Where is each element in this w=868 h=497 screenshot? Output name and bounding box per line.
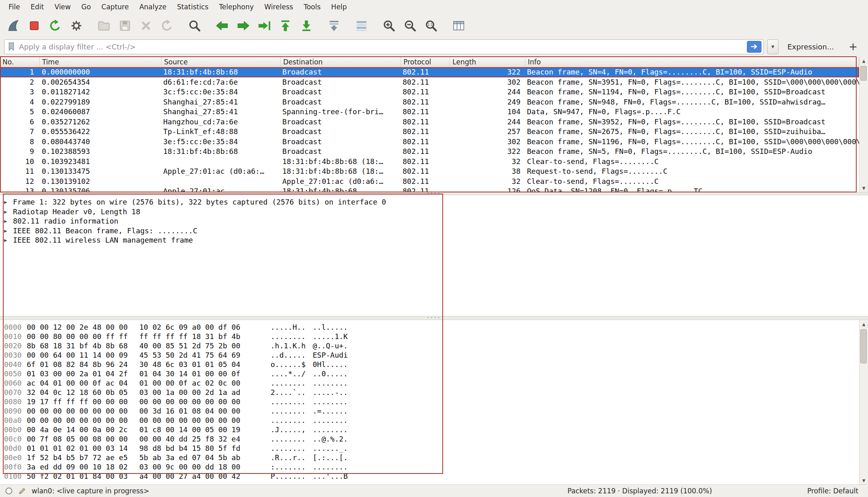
zoom-out-button[interactable] bbox=[400, 16, 420, 35]
column-header-source[interactable]: Source bbox=[162, 57, 281, 67]
auto-scroll-button[interactable] bbox=[324, 16, 343, 35]
capture-ready-icon[interactable] bbox=[5, 487, 13, 495]
scroll-down-arrow-icon[interactable]: ▼ bbox=[859, 184, 868, 192]
expander-icon[interactable]: ▶ bbox=[4, 207, 7, 217]
packet-detail-line[interactable]: ▶IEEE 802.11 wireless LAN management fra… bbox=[0, 235, 868, 245]
start-capture-button[interactable] bbox=[3, 16, 23, 35]
expression-button[interactable]: Expression... bbox=[787, 43, 834, 51]
packet-row-10[interactable]: 100.10392348118:31:bf:4b:8b:68 (18:…802.… bbox=[0, 157, 859, 167]
scrollbar-thumb[interactable] bbox=[860, 329, 867, 363]
menu-analyze[interactable]: Analyze bbox=[134, 1, 172, 13]
packet-row-1[interactable]: 10.00000000018:31:bf:4b:8b:68Broadcast80… bbox=[0, 67, 859, 77]
zoom-out-icon bbox=[403, 19, 417, 33]
packet-row-7[interactable]: 70.055536422Tp-LinkT_ef:48:88Broadcast80… bbox=[0, 127, 859, 137]
filter-history-dropdown-button[interactable]: ▾ bbox=[767, 39, 778, 54]
column-header-protocol[interactable]: Protocol bbox=[401, 57, 450, 67]
packet-row-6[interactable]: 60.035271262Hangzhou_cd:7a:6eBroadcast80… bbox=[0, 117, 859, 127]
filter-bookmark-icon[interactable] bbox=[8, 42, 15, 51]
display-filter-input[interactable]: Apply a display filter ... <Ctrl-/> bbox=[4, 39, 764, 54]
go-to-packet-button[interactable] bbox=[254, 16, 274, 35]
hex-row-00a0[interactable]: 00a000 00 00 00 00 00 00 0000 00 00 00 0… bbox=[0, 416, 859, 425]
go-first-button[interactable] bbox=[275, 16, 295, 35]
hex-row-00e0[interactable]: 00e01f 52 b4 b5 b7 72 ae e55b ab 3a ed 0… bbox=[0, 453, 859, 462]
hex-ascii: ....*../ bbox=[271, 369, 306, 378]
cell-source bbox=[162, 177, 281, 187]
menu-capture[interactable]: Capture bbox=[96, 1, 134, 13]
cell-info: Beacon frame, SN=2675, FN=0, Flags=.....… bbox=[525, 127, 859, 137]
scrollbar-thumb[interactable] bbox=[860, 66, 867, 81]
packet-detail-line[interactable]: ▶IEEE 802.11 Beacon frame, Flags: ......… bbox=[0, 226, 868, 236]
save-file-button[interactable] bbox=[115, 16, 134, 35]
hex-row-00d0[interactable]: 00d001 01 01 02 01 00 03 1498 d8 bd b4 1… bbox=[0, 444, 859, 453]
close-file-button[interactable] bbox=[136, 16, 156, 35]
column-header-length[interactable]: Length bbox=[450, 57, 525, 67]
add-filter-button[interactable]: + bbox=[849, 41, 857, 52]
packet-row-9[interactable]: 90.10238859318:31:bf:4b:8b:68Broadcast80… bbox=[0, 147, 859, 157]
stop-capture-button[interactable] bbox=[24, 16, 44, 35]
packet-row-11[interactable]: 110.130133475Apple_27:01:ac (d0:a6:…18:3… bbox=[0, 166, 859, 177]
menu-view[interactable]: View bbox=[49, 1, 76, 13]
menu-file[interactable]: File bbox=[3, 1, 25, 13]
colorize-button[interactable] bbox=[352, 16, 371, 35]
hex-row-0090[interactable]: 009000 00 00 00 00 00 00 0000 3d 16 01 0… bbox=[0, 406, 859, 416]
expander-icon[interactable]: ▶ bbox=[4, 226, 7, 236]
hex-row-00f0[interactable]: 00f03a ed dd 09 00 10 18 0203 00 9c 00 0… bbox=[0, 462, 859, 471]
menu-statistics[interactable]: Statistics bbox=[172, 1, 214, 13]
list-details-splitter[interactable]: ···· bbox=[0, 192, 868, 195]
packet-row-8[interactable]: 80.0804437403e:f5:cc:0e:35:84Broadcast80… bbox=[0, 137, 859, 147]
go-forward-button[interactable] bbox=[233, 16, 253, 35]
packet-row-12[interactable]: 120.130139102Apple_27:01:ac (d0:a6:…802.… bbox=[0, 177, 859, 187]
menu-wireless[interactable]: Wireless bbox=[259, 1, 299, 13]
hex-row-0040[interactable]: 00406f 01 08 82 84 8b 96 2430 48 6c 03 0… bbox=[0, 360, 859, 369]
apply-filter-button[interactable] bbox=[747, 41, 761, 53]
go-last-button[interactable] bbox=[296, 16, 316, 35]
find-packet-button[interactable] bbox=[185, 16, 204, 35]
packet-detail-line[interactable]: ▶Frame 1: 322 bytes on wire (2576 bits),… bbox=[0, 197, 868, 207]
packet-detail-line[interactable]: ▶Radiotap Header v0, Length 18 bbox=[0, 207, 868, 217]
expander-icon[interactable]: ▶ bbox=[4, 198, 7, 207]
hex-row-0020[interactable]: 00208b 68 18 31 bf 4b 8b 6840 00 85 51 2… bbox=[0, 341, 859, 350]
column-header-info[interactable]: Info bbox=[525, 57, 859, 67]
packet-detail-line[interactable]: ▶802.11 radio information bbox=[0, 216, 868, 226]
capture-comment-icon[interactable] bbox=[18, 487, 26, 495]
hex-row-00c0[interactable]: 00c000 7f 08 05 00 08 00 0000 00 40 dd 2… bbox=[0, 434, 859, 444]
go-back-button[interactable] bbox=[212, 16, 232, 35]
menu-telephony[interactable]: Telephony bbox=[214, 1, 259, 13]
hex-row-0060[interactable]: 0060ac 04 01 00 00 0f ac 0401 00 00 0f a… bbox=[0, 378, 859, 388]
menu-help[interactable]: Help bbox=[326, 1, 352, 13]
column-header-time[interactable]: Time bbox=[40, 57, 162, 67]
hex-row-0050[interactable]: 005001 03 00 00 2a 01 04 2f01 04 30 14 0… bbox=[0, 369, 859, 378]
hex-row-0010[interactable]: 001000 00 80 00 00 00 ff ffff ff ff ff 1… bbox=[0, 332, 859, 341]
scroll-up-arrow-icon[interactable]: ▲ bbox=[859, 57, 868, 65]
bytes-scrollbar[interactable]: ▲ ▼ bbox=[859, 320, 868, 484]
capture-options-button[interactable] bbox=[66, 16, 86, 35]
restart-capture-button[interactable] bbox=[45, 16, 65, 35]
packet-row-4[interactable]: 40.022799189Shanghai_27:85:41Broadcast80… bbox=[0, 97, 859, 107]
resize-columns-button[interactable] bbox=[449, 16, 468, 35]
expander-icon[interactable]: ▶ bbox=[4, 217, 7, 226]
packet-row-2[interactable]: 20.002654354d6:61:fe:cd:7a:6eBroadcast80… bbox=[0, 77, 859, 87]
hex-row-0080[interactable]: 008019 17 ff ff ff 00 00 0000 00 00 00 0… bbox=[0, 397, 859, 406]
open-file-button[interactable] bbox=[94, 16, 113, 35]
packet-row-3[interactable]: 30.0118271423c:f5:cc:0e:35:84Broadcast80… bbox=[0, 87, 859, 97]
hex-row-00b0[interactable]: 00b000 4a 0e 14 00 0a 00 2c01 c8 00 14 0… bbox=[0, 425, 859, 434]
packet-row-5[interactable]: 50.024060087Shanghai_27:85:41Spanning-tr… bbox=[0, 107, 859, 117]
column-header-destination[interactable]: Destination bbox=[281, 57, 401, 67]
column-header-no[interactable]: No. bbox=[0, 57, 40, 67]
zoom-in-button[interactable] bbox=[379, 16, 399, 35]
details-bytes-splitter[interactable]: ···· bbox=[0, 316, 868, 320]
expander-icon[interactable]: ▶ bbox=[4, 236, 7, 245]
menu-edit[interactable]: Edit bbox=[25, 1, 49, 13]
menu-tools[interactable]: Tools bbox=[299, 1, 326, 13]
hex-row-0000[interactable]: 000000 00 12 00 2e 48 00 0010 02 6c 09 a… bbox=[0, 322, 859, 332]
scroll-up-arrow-icon[interactable]: ▲ bbox=[859, 320, 868, 328]
menu-go[interactable]: Go bbox=[76, 1, 96, 13]
profile-text[interactable]: Profile: Default bbox=[807, 487, 858, 495]
hex-row-0070[interactable]: 007032 04 0c 12 18 60 0b 0503 00 1a 00 0… bbox=[0, 388, 859, 397]
scroll-down-arrow-icon[interactable]: ▼ bbox=[859, 476, 868, 484]
reload-file-button[interactable] bbox=[157, 16, 177, 35]
packet-list-scrollbar[interactable]: ▲ ▼ bbox=[859, 57, 868, 192]
hex-row-0100[interactable]: 010050 f2 02 01 01 84 00 03a4 00 00 27 a… bbox=[0, 471, 859, 481]
zoom-original-button[interactable]: 1:1 bbox=[421, 16, 441, 35]
hex-row-0030[interactable]: 003000 00 64 00 11 14 00 0945 53 50 2d 4… bbox=[0, 350, 859, 360]
